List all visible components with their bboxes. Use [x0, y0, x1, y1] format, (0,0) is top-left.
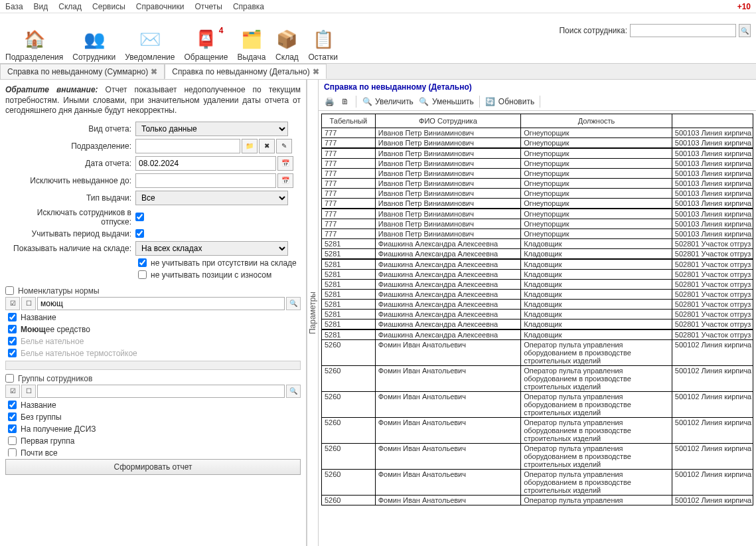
menu-item[interactable]: Отчеты: [194, 2, 222, 11]
table-row[interactable]: 5281Фиашкина Александра АлексеевнаКладов…: [322, 310, 753, 319]
close-icon[interactable]: ✖: [313, 67, 319, 76]
groups-toggle[interactable]: [5, 374, 14, 383]
print-button[interactable]: 🖨️: [324, 96, 335, 107]
groups-check-all[interactable]: ☑: [5, 385, 20, 398]
zoom-in-button[interactable]: 🔍Увеличить: [362, 96, 414, 107]
menu-item[interactable]: Сервисы: [92, 2, 125, 11]
exclude-input[interactable]: [135, 173, 276, 188]
table-row[interactable]: 777Иванов Петр ВиниаминовичОгнеупорщик50…: [322, 209, 753, 219]
menu-item[interactable]: Склад: [58, 2, 82, 11]
report-type-select[interactable]: Только данные: [135, 122, 288, 136]
dept-edit-button[interactable]: ✎: [276, 139, 292, 153]
column-header[interactable]: Должность: [521, 114, 672, 128]
table-row[interactable]: 5260Фомин Иван АнатольевичОператор пульт…: [322, 418, 753, 444]
list-checkbox[interactable]: [8, 412, 17, 421]
table-row[interactable]: 777Иванов Петр ВиниаминовичОгнеупорщик50…: [322, 159, 753, 169]
list-checkbox[interactable]: [8, 448, 17, 456]
list-item[interactable]: Моющее средство: [5, 323, 301, 335]
search-input[interactable]: [630, 24, 736, 37]
table-row[interactable]: 5260Фомин Иван АнатольевичОператор пульт…: [322, 496, 753, 505]
list-checkbox[interactable]: [8, 337, 17, 345]
table-row[interactable]: 777Иванов Петр ВиниаминовичОгнеупорщик50…: [322, 138, 753, 149]
table-row[interactable]: 5260Фомин Иван АнатольевичОператор пульт…: [322, 340, 753, 366]
document-tab[interactable]: Справка по невыданному (Детально)✖: [165, 64, 327, 79]
search-button[interactable]: 🔍: [739, 24, 751, 37]
list-item[interactable]: Белье нательное: [5, 335, 301, 347]
list-checkbox[interactable]: [8, 401, 17, 409]
table-row[interactable]: 5281Фиашкина Александра АлексеевнаКладов…: [322, 249, 753, 260]
dept-clear-button[interactable]: ✖: [259, 139, 275, 153]
table-row[interactable]: 777Иванов Петр ВиниаминовичОгнеупорщик50…: [322, 179, 753, 189]
zoom-out-button[interactable]: 🔍Уменьшить: [419, 96, 474, 107]
table-row[interactable]: 5281Фиашкина Александра АлексеевнаКладов…: [322, 290, 753, 300]
groups-search-input[interactable]: [37, 385, 285, 398]
dept-browse-button[interactable]: 📁: [242, 139, 258, 153]
list-checkbox[interactable]: [8, 436, 17, 445]
groups-search-button[interactable]: 🔍: [286, 385, 301, 398]
list-item[interactable]: Белье нательное термостойкое: [5, 347, 301, 359]
column-header[interactable]: ФИО Сотрудника: [375, 114, 520, 128]
nomen-uncheck-all[interactable]: ☐: [21, 297, 36, 310]
generate-report-button[interactable]: Сформировать отчет: [5, 459, 301, 475]
opt2-checkbox[interactable]: [138, 270, 147, 279]
table-row[interactable]: 5260Фомин Иван АнатольевичОператор пульт…: [322, 366, 753, 392]
opt1-checkbox[interactable]: [138, 258, 147, 267]
issue-type-select[interactable]: Все: [135, 191, 288, 205]
table-row[interactable]: 777Иванов Петр ВиниаминовичОгнеупорщик50…: [322, 189, 753, 199]
table-row[interactable]: 5281Фиашкина Александра АлексеевнаКладов…: [322, 270, 753, 280]
nomen-scrollbar[interactable]: [5, 361, 301, 370]
nomen-search-button[interactable]: 🔍: [286, 297, 301, 310]
toolbar-button[interactable]: ✉️Уведомление: [125, 27, 175, 62]
list-checkbox[interactable]: [8, 325, 17, 333]
list-item[interactable]: Первая группа: [5, 435, 301, 447]
table-row[interactable]: 5281Фиашкина Александра АлексеевнаКладов…: [322, 280, 753, 290]
print-preview-button[interactable]: 🗎: [340, 96, 350, 107]
table-row[interactable]: 777Иванов Петр ВиниаминовичОгнеупорщик50…: [322, 169, 753, 179]
exclude-picker-button[interactable]: 📅: [277, 173, 293, 188]
period-checkbox[interactable]: [135, 229, 144, 238]
date-input[interactable]: [135, 156, 276, 171]
list-item[interactable]: Без группы: [5, 411, 301, 423]
dept-input[interactable]: [135, 139, 240, 153]
menu-item[interactable]: Справочники: [136, 2, 185, 11]
list-checkbox[interactable]: [8, 313, 17, 321]
list-item[interactable]: На получение ДСИЗ: [5, 423, 301, 435]
table-row[interactable]: 5260Фомин Иван АнатольевичОператор пульт…: [322, 444, 753, 470]
column-header[interactable]: [672, 114, 753, 128]
stock-select[interactable]: На всех складах: [135, 241, 288, 256]
list-item[interactable]: Почти все: [5, 447, 301, 456]
toolbar-button[interactable]: 📦Склад: [275, 27, 299, 62]
table-row[interactable]: 5281Фиашкина Александра АлексеевнаКладов…: [322, 259, 753, 270]
column-header[interactable]: Табельный: [322, 114, 376, 128]
table-row[interactable]: 5260Фомин Иван АнатольевичОператор пульт…: [322, 392, 753, 418]
nomen-search-input[interactable]: [37, 297, 285, 310]
parameters-splitter-label[interactable]: Параметры: [307, 80, 319, 546]
table-row[interactable]: 5260Фомин Иван АнатольевичОператор пульт…: [322, 470, 753, 496]
groups-uncheck-all[interactable]: ☐: [21, 385, 36, 398]
toolbar-button[interactable]: 🏠Подразделения: [5, 27, 63, 62]
table-row[interactable]: 777Иванов Петр ВиниаминовичОгнеупорщик50…: [322, 128, 753, 138]
list-item[interactable]: Название: [5, 312, 301, 323]
table-row[interactable]: 777Иванов Петр ВиниаминовичОгнеупорщик50…: [322, 229, 753, 239]
nomen-check-all[interactable]: ☑: [5, 297, 20, 310]
table-row[interactable]: 5281Фиашкина Александра АлексеевнаКладов…: [322, 319, 753, 330]
table-row[interactable]: 5281Фиашкина Александра АлексеевнаКладов…: [322, 300, 753, 310]
table-row[interactable]: 5281Фиашкина Александра АлексеевнаКладов…: [322, 329, 753, 340]
toolbar-button[interactable]: 👥Сотрудники: [72, 27, 115, 62]
menu-item[interactable]: Справка: [233, 2, 264, 11]
toolbar-button[interactable]: 📋Остатки: [308, 27, 338, 62]
menu-item[interactable]: Вид: [34, 2, 48, 11]
vacation-checkbox[interactable]: [135, 213, 144, 221]
list-checkbox[interactable]: [8, 349, 17, 357]
table-row[interactable]: 5281Фиашкина Александра АлексеевнаКладов…: [322, 239, 753, 249]
document-tab[interactable]: Справка по невыданному (Суммарно)✖: [0, 64, 165, 79]
table-row[interactable]: 777Иванов Петр ВиниаминовичОгнеупорщик50…: [322, 148, 753, 159]
table-row[interactable]: 777Иванов Петр ВиниаминовичОгнеупорщик50…: [322, 219, 753, 229]
refresh-button[interactable]: 🔄Обновить: [485, 96, 534, 107]
menu-item[interactable]: База: [5, 2, 23, 11]
report-grid-wrap[interactable]: ТабельныйФИО СотрудникаДолжность 777Иван…: [319, 111, 756, 546]
date-picker-button[interactable]: 📅: [277, 156, 293, 171]
table-row[interactable]: 777Иванов Петр ВиниаминовичОгнеупорщик50…: [322, 199, 753, 209]
notification-badge[interactable]: +10: [737, 2, 751, 11]
list-checkbox[interactable]: [8, 424, 17, 433]
